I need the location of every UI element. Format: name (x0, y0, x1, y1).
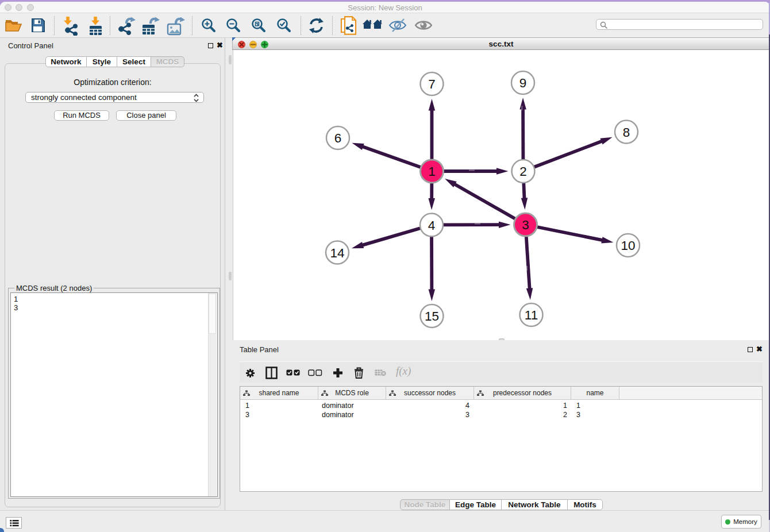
svg-text:10: 10 (621, 238, 635, 253)
svg-text:7: 7 (428, 77, 436, 91)
svg-text:11: 11 (525, 308, 538, 322)
svg-text:6: 6 (334, 131, 342, 145)
svg-text:2: 2 (519, 164, 527, 179)
svg-text:4: 4 (428, 218, 436, 233)
svg-text:3: 3 (522, 218, 529, 232)
svg-text:15: 15 (425, 309, 439, 323)
svg-text:1: 1 (428, 164, 436, 179)
svg-text:9: 9 (519, 76, 527, 90)
svg-text:8: 8 (623, 125, 630, 140)
svg-text:14: 14 (330, 246, 344, 260)
